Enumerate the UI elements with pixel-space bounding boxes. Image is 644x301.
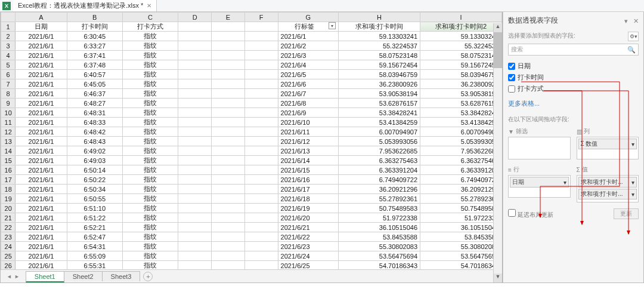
- cell[interactable]: 2021/6/1: [16, 204, 67, 213]
- cell[interactable]: [178, 70, 212, 79]
- defer-layout-checkbox[interactable]: 延迟布局更新: [508, 209, 553, 219]
- cell[interactable]: [244, 108, 278, 118]
- area-chip[interactable]: Σ 数值▾: [578, 139, 637, 149]
- cell[interactable]: [212, 51, 245, 60]
- field-打卡方式[interactable]: 打卡方式: [508, 83, 639, 94]
- cell[interactable]: [212, 165, 245, 175]
- cell[interactable]: 指纹: [122, 175, 178, 185]
- cell[interactable]: [244, 175, 278, 185]
- cell[interactable]: 2021/6/22: [278, 232, 338, 242]
- cell[interactable]: 53.62876157: [339, 99, 420, 108]
- cell[interactable]: 2021/6/5: [278, 70, 338, 79]
- cell[interactable]: 指纹: [122, 41, 178, 51]
- cell[interactable]: 36.10515046: [339, 223, 420, 232]
- cell[interactable]: 指纹: [122, 146, 178, 156]
- cell[interactable]: 5.053993056: [420, 137, 502, 146]
- cell[interactable]: 55.27892361: [339, 194, 420, 204]
- cell[interactable]: 2021/6/1: [16, 79, 67, 89]
- row-header[interactable]: 17: [1, 175, 16, 185]
- cell[interactable]: 7.953622685: [339, 146, 420, 156]
- cell[interactable]: 2021/6/11: [278, 127, 338, 137]
- cell[interactable]: 6:46:37: [67, 89, 122, 99]
- cell[interactable]: 55.30802083: [420, 242, 502, 251]
- area-chip[interactable]: 日期▾: [510, 177, 569, 188]
- cell[interactable]: 2021/6/1: [16, 146, 67, 156]
- cell[interactable]: 53.41384259: [420, 118, 502, 127]
- cell[interactable]: 指纹: [122, 32, 178, 41]
- cell[interactable]: 58.07523148: [420, 51, 502, 60]
- cell[interactable]: 指纹: [122, 51, 178, 60]
- cell[interactable]: [212, 204, 245, 213]
- cell[interactable]: 2021/6/8: [278, 99, 338, 108]
- cell[interactable]: 指纹: [122, 60, 178, 70]
- cell[interactable]: 2021/6/1: [16, 137, 67, 146]
- cell[interactable]: 2021/6/10: [278, 118, 338, 127]
- cell[interactable]: [212, 60, 245, 70]
- cell[interactable]: 6:55:31: [67, 261, 122, 270]
- cell[interactable]: [212, 79, 245, 89]
- row-header[interactable]: 2: [1, 32, 16, 41]
- cell[interactable]: 59.13303241: [339, 32, 420, 41]
- cell[interactable]: [212, 175, 245, 185]
- cell[interactable]: 36.20921296: [420, 185, 502, 194]
- row-header[interactable]: 5: [1, 60, 16, 70]
- cell[interactable]: 6:48:31: [67, 108, 122, 118]
- row-header[interactable]: 3: [1, 41, 16, 51]
- cell[interactable]: [244, 22, 278, 32]
- cell[interactable]: 6.363275463: [339, 156, 420, 165]
- col-I[interactable]: I: [420, 13, 502, 22]
- cell[interactable]: 2021/6/3: [278, 51, 338, 60]
- cell[interactable]: 2021/6/1: [16, 165, 67, 175]
- cell[interactable]: [244, 156, 278, 165]
- sheet-nav-prev-icon[interactable]: ◄: [7, 274, 12, 280]
- cell[interactable]: 58.03946759: [339, 70, 420, 79]
- close-icon[interactable]: ✕: [147, 2, 151, 9]
- scroll-down-icon[interactable]: ▼: [494, 274, 502, 282]
- cell[interactable]: [178, 242, 212, 251]
- row-header[interactable]: 23: [1, 232, 16, 242]
- cell[interactable]: [212, 242, 245, 251]
- row-header[interactable]: 26: [1, 261, 16, 270]
- chevron-down-icon[interactable]: ▾: [564, 179, 566, 186]
- cell[interactable]: 6.363391204: [420, 165, 502, 175]
- cell[interactable]: 指纹: [122, 251, 178, 261]
- cell[interactable]: 2021/6/15: [278, 165, 338, 175]
- cell[interactable]: 54.70186343: [339, 261, 420, 270]
- cell[interactable]: [244, 223, 278, 232]
- sheet-tab-sheet3[interactable]: Sheet3: [102, 271, 141, 281]
- cell[interactable]: 6:50:22: [67, 175, 122, 185]
- cell[interactable]: [244, 89, 278, 99]
- row-header[interactable]: 24: [1, 242, 16, 251]
- cell[interactable]: 指纹: [122, 118, 178, 127]
- chevron-down-icon[interactable]: ▾: [631, 179, 634, 186]
- cell[interactable]: 53.38428241: [339, 108, 420, 118]
- cell[interactable]: 2021/6/25: [278, 261, 338, 270]
- row-header[interactable]: 11: [1, 118, 16, 127]
- cell[interactable]: 6:49:03: [67, 156, 122, 165]
- cell[interactable]: [178, 41, 212, 51]
- cell[interactable]: 2021/6/1: [16, 232, 67, 242]
- filter-area[interactable]: ▼筛选: [508, 127, 571, 159]
- cell[interactable]: 50.75489583: [420, 204, 502, 213]
- col-G[interactable]: G: [278, 13, 338, 22]
- cell[interactable]: 2021/6/7: [278, 89, 338, 99]
- cell[interactable]: [178, 146, 212, 156]
- cell[interactable]: 6:37:41: [67, 51, 122, 60]
- scroll-thumb[interactable]: [494, 32, 502, 68]
- cell[interactable]: 2021/6/19: [278, 204, 338, 213]
- cell[interactable]: 指纹: [122, 156, 178, 165]
- spreadsheet-grid[interactable]: A B C D E F G H I 1日期打卡时间打卡方式行标签▾求和项:打卡时…: [1, 12, 502, 269]
- row-header[interactable]: 1: [1, 22, 16, 32]
- cell[interactable]: 36.20921296: [339, 185, 420, 194]
- cell[interactable]: 2021/6/1: [16, 32, 67, 41]
- cell[interactable]: 58.03946759: [420, 70, 502, 79]
- cell[interactable]: 6:37:48: [67, 60, 122, 70]
- cell[interactable]: [178, 79, 212, 89]
- cell[interactable]: [178, 60, 212, 70]
- cell[interactable]: [244, 51, 278, 60]
- area-chip[interactable]: 求和项:打卡时...▾: [578, 189, 637, 199]
- cell[interactable]: 2021/6/1: [16, 51, 67, 60]
- cell[interactable]: 59.13303241: [420, 32, 502, 41]
- cell[interactable]: 6:48:27: [67, 99, 122, 108]
- chevron-down-icon[interactable]: ▾: [631, 141, 634, 148]
